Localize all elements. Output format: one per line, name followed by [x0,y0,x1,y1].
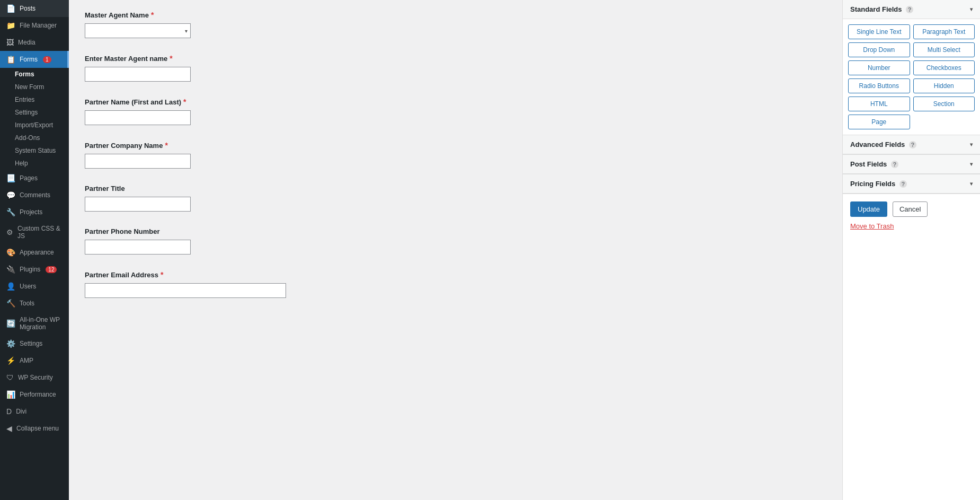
sidebar: 📄 Posts 📁 File Manager 🖼 Media 📋 Forms 1… [0,0,69,500]
sidebar-item-performance[interactable]: 📊 Performance [0,386,69,403]
comments-icon: 💬 [6,191,15,199]
sidebar-item-label: Settings [20,340,42,347]
file-manager-icon: 📁 [6,21,15,30]
performance-icon: 📊 [6,390,15,399]
master-agent-name-select[interactable] [85,23,191,38]
submenu-import-export[interactable]: Import/Export [0,119,69,131]
sidebar-item-comments[interactable]: 💬 Comments [0,187,69,204]
field-btn-number[interactable]: Number [848,60,910,75]
help-icon: ? [891,161,898,168]
field-btn-radio-buttons[interactable]: Radio Buttons [848,78,910,93]
field-btn-checkboxes[interactable]: Checkboxes [913,60,975,75]
field-btn-section[interactable]: Section [913,97,975,111]
pricing-fields-header[interactable]: Pricing Fields ? ▾ [843,174,980,194]
wp-security-icon: 🛡 [6,373,14,382]
field-label-master-agent-name: Master Agent Name * [85,11,826,19]
field-btn-page[interactable]: Page [848,115,910,129]
users-icon: 👤 [6,282,15,291]
field-btn-html[interactable]: HTML [848,97,910,111]
custom-css-js-icon: ⚙ [6,228,13,236]
sidebar-item-label: Media [18,39,35,46]
field-btn-single-line-text[interactable]: Single Line Text [848,24,910,39]
partner-phone-number-input[interactable] [85,240,191,255]
sidebar-item-label: AMP [20,357,33,364]
sidebar-item-collapse[interactable]: ◀ Collapse menu [0,420,69,437]
sidebar-item-custom-css-js[interactable]: ⚙ Custom CSS & JS [0,221,69,244]
submenu-help[interactable]: Help [0,157,69,170]
submenu-add-ons[interactable]: Add-Ons [0,131,69,144]
field-btn-paragraph-text[interactable]: Paragraph Text [913,24,975,39]
sidebar-item-amp[interactable]: ⚡ AMP [0,352,69,369]
post-fields-header[interactable]: Post Fields ? ▾ [843,155,980,174]
move-to-trash-button[interactable]: Move to Trash [850,222,894,230]
field-label-partner-phone-number: Partner Phone Number [85,227,826,235]
sidebar-item-settings[interactable]: ⚙️ Settings [0,335,69,352]
media-icon: 🖼 [6,38,14,47]
field-group-partner-name: Partner Name (First and Last) * [85,98,826,125]
sidebar-item-label: File Manager [20,22,57,29]
tools-icon: 🔨 [6,299,15,308]
submenu-system-status[interactable]: System Status [0,144,69,157]
post-fields-label: Post Fields ? [850,160,898,168]
field-group-partner-title: Partner Title [85,185,826,212]
sidebar-item-label: Collapse menu [16,425,59,432]
required-indicator: * [183,98,186,106]
sidebar-item-file-manager[interactable]: 📁 File Manager [0,17,69,34]
sidebar-item-posts[interactable]: 📄 Posts [0,0,69,17]
collapse-icon: ◀ [6,424,12,433]
chevron-down-icon: ▾ [970,6,973,12]
sidebar-item-label: Appearance [20,249,54,256]
all-in-one-icon: 🔄 [6,319,15,328]
sidebar-item-users[interactable]: 👤 Users [0,278,69,295]
partner-company-name-input[interactable] [85,154,191,169]
sidebar-item-label: Projects [20,208,42,216]
select-wrapper-master-agent-name: ▾ [85,23,191,38]
sidebar-item-label: Users [20,283,36,290]
sidebar-item-label: Comments [20,191,50,199]
field-group-partner-phone-number: Partner Phone Number [85,227,826,255]
field-group-partner-company-name: Partner Company Name * [85,141,826,169]
standard-fields-section: Standard Fields ? ▾ Single Line Text Par… [843,0,980,135]
submenu-entries[interactable]: Entries [0,93,69,106]
pricing-fields-section: Pricing Fields ? ▾ [843,174,980,194]
partner-title-input[interactable] [85,197,191,212]
right-panel: Standard Fields ? ▾ Single Line Text Par… [842,0,980,500]
field-label-partner-name: Partner Name (First and Last) * [85,98,826,106]
form-area: Master Agent Name * ▾ Enter Master Agent… [69,0,842,500]
standard-fields-label: Standard Fields ? [850,5,913,13]
submenu-settings[interactable]: Settings [0,106,69,119]
field-btn-multi-select[interactable]: Multi Select [913,42,975,57]
required-indicator: * [165,141,167,150]
plugins-badge: 12 [46,266,57,273]
sidebar-item-media[interactable]: 🖼 Media [0,34,69,51]
appearance-icon: 🎨 [6,248,15,257]
standard-fields-header[interactable]: Standard Fields ? ▾ [843,0,980,19]
partner-email-address-input[interactable] [85,283,286,298]
sidebar-item-label: Forms [20,56,38,63]
advanced-fields-header[interactable]: Advanced Fields ? ▾ [843,135,980,154]
sidebar-item-label: Performance [20,391,56,398]
help-icon: ? [906,6,913,13]
sidebar-item-label: Plugins [20,266,40,273]
content-area: Master Agent Name * ▾ Enter Master Agent… [69,0,980,500]
update-button[interactable]: Update [850,201,887,217]
sidebar-item-tools[interactable]: 🔨 Tools [0,295,69,312]
sidebar-item-forms[interactable]: 📋 Forms 1 [0,51,69,68]
sidebar-item-label: Posts [20,5,35,12]
sidebar-item-pages[interactable]: 📃 Pages [0,170,69,187]
field-group-master-agent-name: Master Agent Name * ▾ [85,11,826,38]
sidebar-item-all-in-one[interactable]: 🔄 All-in-One WP Migration [0,312,69,335]
sidebar-item-plugins[interactable]: 🔌 Plugins 12 [0,261,69,278]
required-indicator: * [170,54,172,63]
sidebar-item-divi[interactable]: D Divi [0,403,69,420]
sidebar-item-wp-security[interactable]: 🛡 WP Security [0,369,69,386]
sidebar-item-projects[interactable]: 🔧 Projects [0,204,69,221]
partner-name-input[interactable] [85,110,191,125]
cancel-button[interactable]: Cancel [893,201,928,217]
required-indicator: * [151,11,154,19]
field-btn-hidden[interactable]: Hidden [913,78,975,93]
enter-master-agent-name-input[interactable] [85,67,191,82]
field-btn-drop-down[interactable]: Drop Down [848,42,910,57]
sidebar-item-appearance[interactable]: 🎨 Appearance [0,244,69,261]
submenu-new-form[interactable]: New Form [0,81,69,93]
